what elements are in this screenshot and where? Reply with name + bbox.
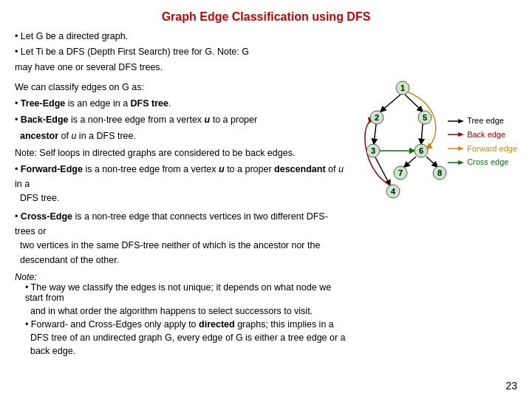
svg-marker-3 [458,132,464,137]
note-item2: • Forward- and Cross-Edges only apply to… [25,319,347,330]
note-section: Note: • The way we classify the edges is… [15,272,347,356]
legend-forward: Forward edge [448,142,517,156]
svg-line-18 [375,157,390,185]
note-selfloop: Note: Self loops in directed graphs are … [15,148,347,158]
back-edge-label: • Back-Edge is a non-tree edge from a ve… [15,112,347,127]
intro-line3: may have one or several DFS trees. [15,61,517,75]
legend: Tree edge Back edge Forward edge Cross e… [448,114,517,169]
forward-edge-section: • Forward-Edge is a non-tree edge from a… [15,163,347,205]
intro-section: • Let G be a directed graph. • Let Ti be… [15,30,517,74]
legend-back: Back edge [448,128,517,142]
cross-edge-text2: two vertices in the same DFS-tree neithe… [15,239,347,253]
forward-edge-text: • Forward-Edge is a non-tree edge from a… [15,163,347,191]
svg-text:4: 4 [391,187,396,196]
svg-line-15 [421,124,423,144]
note-item2b: DFS tree of an undirected graph G, every… [25,332,347,343]
forward-edge-text2: DFS tree. [15,191,347,205]
svg-text:6: 6 [419,146,423,155]
note-label: Note: [15,272,37,282]
intro-line1: • Let G be a directed graph. [15,30,517,44]
page-number: 23 [505,380,517,392]
text-column: We can classify edges on G as: • Tree-Ed… [15,77,347,359]
cross-edge-text3: descendant of the other. [15,253,347,267]
svg-text:7: 7 [398,168,403,177]
graph-column: Tree edge Back edge Forward edge Cross e… [355,77,517,202]
note-items: • The way we classify the edges is not u… [25,282,347,356]
page-title: Graph Edge Classification using DFS [15,10,517,24]
svg-marker-1 [458,119,464,123]
classify-section: We can classify edges on G as: • Tree-Ed… [15,80,347,143]
legend-tree: Tree edge [448,114,517,128]
main-content: We can classify edges on G as: • Tree-Ed… [15,77,517,359]
svg-line-12 [381,95,400,112]
legend-back-label: Back edge [467,128,505,142]
svg-line-14 [374,124,376,144]
svg-text:3: 3 [371,146,375,155]
back-edge-label2: ancestor of u in a DFS tree. [15,129,347,143]
legend-forward-label: Forward edge [467,142,517,156]
legend-cross: Cross edge [448,155,517,169]
cross-edge-section: • Cross-Edge is a non-tree edge that con… [15,210,347,267]
svg-line-17 [426,157,437,167]
svg-text:8: 8 [437,168,442,177]
svg-line-16 [404,157,416,167]
page: Graph Edge Classification using DFS • Le… [0,0,532,399]
svg-text:1: 1 [400,83,405,92]
legend-tree-label: Tree edge [467,114,504,128]
graph-svg: 1 2 5 3 6 7 8 4 [355,77,451,202]
note-item1b: and in what order the algorithm happens … [25,306,347,316]
svg-text:2: 2 [375,113,379,122]
cross-edge-text: • Cross-Edge is a non-tree edge that con… [15,210,347,239]
tree-edge-label: • Tree-Edge is an edge in a DFS tree. [15,96,347,111]
svg-marker-7 [458,160,464,165]
svg-line-13 [405,95,423,112]
intro-line2: • Let Ti be a DFS (Depth First Search) t… [15,45,517,59]
note-item2c: back edge. [25,346,347,356]
svg-text:5: 5 [423,113,427,122]
classify-intro: We can classify edges on G as: [15,80,347,95]
legend-cross-label: Cross edge [467,155,508,169]
svg-marker-5 [458,146,464,151]
note-item1: • The way we classify the edges is not u… [25,282,347,303]
